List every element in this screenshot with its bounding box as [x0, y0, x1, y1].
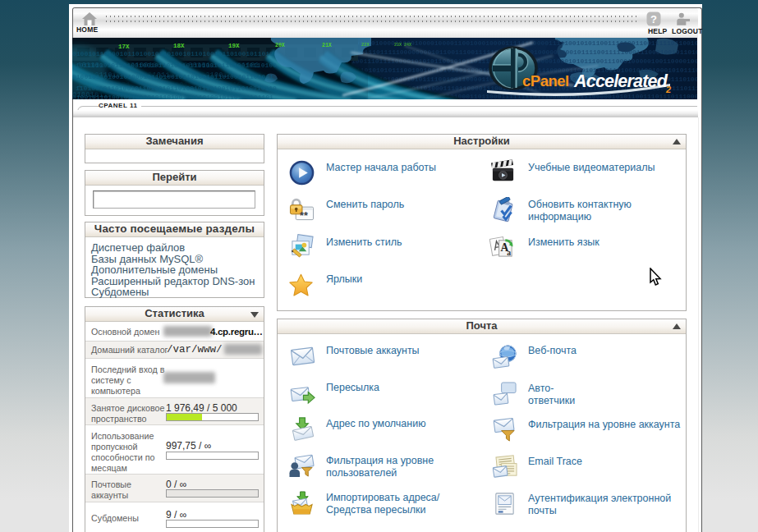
- svg-text:110100101101001011010010110100: 1101001011010010110100101101001011010010…: [76, 85, 277, 92]
- svg-text:010010110100101101001011010010: 0100101101001011010010110100101101001011…: [72, 50, 273, 57]
- svg-text:17X: 17X: [118, 44, 130, 50]
- svg-text:010010110100101101001011010010: 0100101101001011010010110100100110100101…: [72, 94, 273, 99]
- svg-text:2: 2: [665, 85, 671, 94]
- svg-text:20X: 20X: [275, 43, 285, 48]
- svg-text:19X: 19X: [228, 43, 240, 49]
- svg-text:101101001011010010010110100101: 1011010010110100100101101001011010010110…: [76, 62, 277, 69]
- svg-text:Accelerated: Accelerated: [573, 71, 668, 91]
- svg-text:22X: 22X: [361, 42, 370, 48]
- svg-text:?: ?: [650, 13, 657, 25]
- svg-text:23X 24X: 23X 24X: [394, 43, 411, 48]
- svg-text:18X: 18X: [173, 43, 185, 49]
- svg-text:21X: 21X: [322, 43, 332, 48]
- svg-text:cPanel: cPanel: [522, 72, 569, 89]
- svg-text:010010110100101000101101001011: 0100101101001010001011010010110100101101…: [72, 73, 273, 80]
- svg-text:a: a: [507, 248, 511, 257]
- svg-text:**: **: [300, 210, 308, 222]
